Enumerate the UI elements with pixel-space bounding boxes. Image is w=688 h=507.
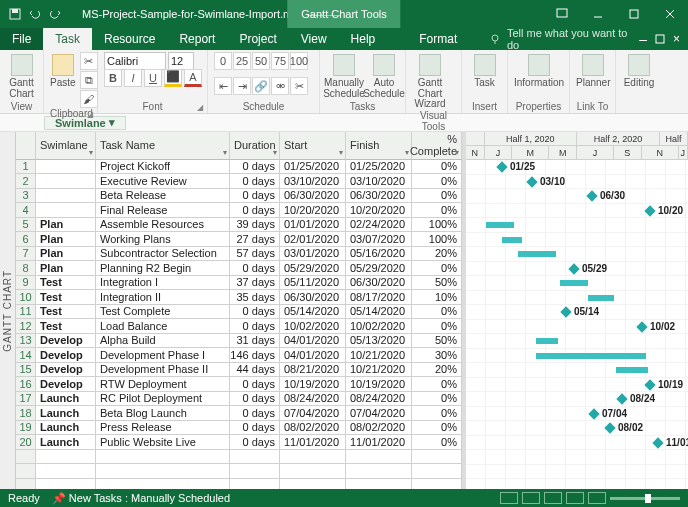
gantt-bar[interactable] (536, 338, 558, 344)
cell-duration[interactable]: 0 days (230, 203, 280, 218)
cell-pct[interactable]: 0% (412, 203, 462, 218)
row-number[interactable]: 8 (16, 261, 36, 276)
table-row[interactable]: 3Beta Release0 days06/30/202006/30/20200… (16, 189, 462, 204)
cell-duration[interactable]: 39 days (230, 218, 280, 233)
cell-duration[interactable]: 31 days (230, 334, 280, 349)
fill-color-button[interactable]: ⬛ (164, 69, 182, 87)
tab-file[interactable]: File (0, 28, 43, 50)
cell-pct[interactable]: 10% (412, 290, 462, 305)
cell-pct[interactable]: 0% (412, 377, 462, 392)
cell-duration[interactable]: 0 days (230, 421, 280, 436)
tab-help[interactable]: Help (339, 28, 388, 50)
table-row[interactable]: 17LaunchRC Pilot Deployment0 days08/24/2… (16, 392, 462, 407)
milestone-diamond[interactable] (652, 437, 663, 448)
copy-button[interactable]: ⧉ (80, 71, 98, 89)
table-row[interactable]: 8PlanPlanning R2 Begin0 days05/29/202005… (16, 261, 462, 276)
gantt-row[interactable] (466, 291, 688, 306)
cell-finish[interactable]: 10/21/2020 (346, 348, 412, 363)
pct25-button[interactable]: 25 (233, 52, 251, 70)
view-side-label[interactable]: GANTT CHART (0, 132, 16, 489)
tab-view[interactable]: View (289, 28, 339, 50)
cell-finish[interactable]: 06/30/2020 (346, 276, 412, 291)
zoom-slider[interactable] (610, 497, 680, 500)
cell-swimlane[interactable]: Plan (36, 218, 96, 233)
manually-schedule-button[interactable]: Manually Schedule (326, 52, 362, 99)
gantt-row[interactable] (466, 233, 688, 248)
cell-finish[interactable]: 05/14/2020 (346, 305, 412, 320)
cell-start[interactable]: 04/01/2020 (280, 348, 346, 363)
table-row[interactable]: 16DevelopRTW Deployment0 days10/19/20201… (16, 377, 462, 392)
format-painter-button[interactable]: 🖌 (80, 90, 98, 108)
cell-swimlane[interactable]: Develop (36, 334, 96, 349)
account-name[interactable]: ——— (308, 8, 341, 20)
redo-icon[interactable] (48, 7, 62, 21)
cell-duration[interactable]: 146 days (230, 348, 280, 363)
cell-duration[interactable]: 0 days (230, 305, 280, 320)
table-row[interactable]: 5PlanAssemble Resources39 days01/01/2020… (16, 218, 462, 233)
row-number[interactable]: 16 (16, 377, 36, 392)
underline-button[interactable]: U (144, 69, 162, 87)
cell-finish[interactable]: 08/24/2020 (346, 392, 412, 407)
row-number[interactable]: 12 (16, 319, 36, 334)
restore-doc-icon[interactable] (655, 34, 665, 44)
gantt-bar[interactable] (536, 353, 646, 359)
gantt-rows[interactable]: 01/2503/1006/3010/2005/2905/1410/0210/19… (466, 160, 688, 489)
cell-start[interactable]: 05/29/2020 (280, 261, 346, 276)
cell-swimlane[interactable]: Test (36, 290, 96, 305)
cell-finish[interactable]: 05/16/2020 (346, 247, 412, 262)
cell-duration[interactable]: 35 days (230, 290, 280, 305)
cell-duration[interactable]: 0 days (230, 174, 280, 189)
cell-swimlane[interactable]: Launch (36, 421, 96, 436)
cell-pct[interactable]: 0% (412, 435, 462, 450)
table-row[interactable]: 7PlanSubcontractor Selection57 days03/01… (16, 247, 462, 262)
gantt-row[interactable] (466, 479, 688, 489)
tell-me-search[interactable]: Tell me what you want to do (489, 28, 639, 50)
cell-taskname[interactable]: Planning R2 Begin (96, 261, 230, 276)
paste-button[interactable]: Paste (50, 52, 76, 89)
table-row[interactable]: 20LaunchPublic Website Live0 days11/01/2… (16, 435, 462, 450)
cell-pct[interactable]: 20% (412, 247, 462, 262)
cell-start[interactable]: 10/19/2020 (280, 377, 346, 392)
cell-duration[interactable]: 0 days (230, 319, 280, 334)
cell-swimlane[interactable]: Test (36, 276, 96, 291)
cell-pct[interactable]: 0% (412, 261, 462, 276)
maximize-icon[interactable] (616, 0, 652, 28)
row-number[interactable] (16, 450, 36, 465)
cell-start[interactable]: 03/10/2020 (280, 174, 346, 189)
cell-pct[interactable]: 0% (412, 305, 462, 320)
cell-taskname[interactable]: Project Kickoff (96, 160, 230, 175)
gantt-row[interactable]: 10/20 (466, 204, 688, 219)
milestone-diamond[interactable] (586, 190, 597, 201)
row-number[interactable]: 20 (16, 435, 36, 450)
row-number[interactable]: 10 (16, 290, 36, 305)
close-icon[interactable] (652, 0, 688, 28)
table-row[interactable]: 2Executive Review0 days03/10/202003/10/2… (16, 174, 462, 189)
milestone-diamond[interactable] (560, 306, 571, 317)
cell-taskname[interactable]: Executive Review (96, 174, 230, 189)
col-taskname[interactable]: Task Name▾ (96, 132, 230, 160)
minimize-doc-icon[interactable]: – (639, 31, 647, 47)
cell-finish[interactable]: 06/30/2020 (346, 189, 412, 204)
pct0-button[interactable]: 0 (214, 52, 232, 70)
tab-resource[interactable]: Resource (92, 28, 167, 50)
milestone-diamond[interactable] (644, 379, 655, 390)
table-row[interactable]: 6PlanWorking Plans27 days02/01/202003/07… (16, 232, 462, 247)
col-rownum[interactable] (16, 132, 36, 160)
cell-start[interactable]: 01/01/2020 (280, 218, 346, 233)
row-number[interactable]: 5 (16, 218, 36, 233)
ribbon-options-icon[interactable] (544, 0, 580, 28)
view-resource-icon[interactable] (588, 492, 606, 504)
view-gantt-icon[interactable] (500, 492, 518, 504)
pct100-button[interactable]: 100 (290, 52, 308, 70)
cell-start[interactable]: 10/02/2020 (280, 319, 346, 334)
table-row[interactable]: 4Final Release0 days10/20/202010/20/2020… (16, 203, 462, 218)
cell-swimlane[interactable]: Test (36, 305, 96, 320)
table-row[interactable]: 12TestLoad Balance0 days10/02/202010/02/… (16, 319, 462, 334)
cell-swimlane[interactable]: Develop (36, 377, 96, 392)
gantt-bar[interactable] (486, 222, 514, 228)
cell-duration[interactable]: 0 days (230, 160, 280, 175)
col-pct[interactable]: % Complete▾ (412, 132, 462, 160)
cell-taskname[interactable]: Press Release (96, 421, 230, 436)
cell-swimlane[interactable]: Launch (36, 406, 96, 421)
font-name-select[interactable]: Calibri (104, 52, 166, 70)
